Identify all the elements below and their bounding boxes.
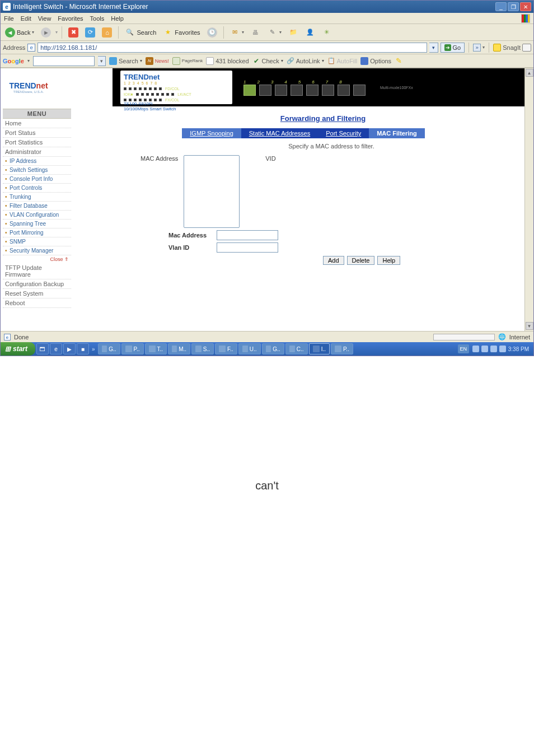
sidebar-tftp[interactable]: TFTP Update Firmware bbox=[3, 263, 71, 279]
sidebar-spanning-tree[interactable]: Spanning Tree bbox=[3, 220, 71, 228]
go-button[interactable]: ➔ Go bbox=[441, 43, 465, 53]
sidebar-snmp[interactable]: SNMP bbox=[3, 237, 71, 246]
start-button[interactable]: ⊞ start bbox=[1, 342, 35, 356]
quicklaunch-ie[interactable]: e bbox=[50, 343, 62, 354]
quicklaunch-media[interactable]: ▶ bbox=[63, 343, 76, 354]
sidebar-switch-settings[interactable]: Switch Settings bbox=[3, 166, 71, 175]
quicklaunch-app[interactable]: ■ bbox=[77, 343, 89, 354]
mail-button[interactable]: ✉▾ bbox=[228, 26, 246, 39]
tray-icon-1[interactable] bbox=[472, 346, 479, 352]
sidebar-trunking[interactable]: Trunking bbox=[3, 193, 71, 202]
quicklaunch-overflow[interactable]: » bbox=[90, 346, 97, 352]
google-logo[interactable]: Google bbox=[3, 58, 24, 64]
mac-address-input[interactable] bbox=[217, 230, 278, 240]
sidebar-port-controls[interactable]: Port Controls bbox=[3, 184, 71, 193]
sidebar-reset-system[interactable]: Reset System bbox=[3, 289, 71, 298]
address-input[interactable] bbox=[38, 43, 427, 53]
google-search-input[interactable] bbox=[33, 56, 95, 66]
add-button[interactable]: Add bbox=[323, 256, 344, 265]
tab-mac-filtering[interactable]: MAC Filtering bbox=[369, 128, 425, 138]
task-2[interactable]: P.. bbox=[121, 343, 144, 354]
folder-button[interactable]: 📁 bbox=[286, 26, 301, 39]
tray-icon-4[interactable] bbox=[499, 346, 506, 352]
history-button[interactable]: 🕒 bbox=[205, 26, 219, 39]
menu-favorites[interactable]: Favorites bbox=[58, 15, 83, 22]
google-search-dropdown[interactable]: ▾ bbox=[98, 56, 106, 66]
mac-address-list[interactable] bbox=[184, 155, 240, 228]
task-10[interactable]: I.. bbox=[309, 343, 330, 354]
favorites-button[interactable]: ★Favorites bbox=[161, 26, 202, 39]
maximize-button[interactable]: ❐ bbox=[508, 2, 519, 11]
back-button[interactable]: ◄Back▾ bbox=[3, 26, 36, 39]
menu-file[interactable]: File bbox=[4, 15, 14, 22]
google-pagerank[interactable]: PageRank bbox=[172, 57, 203, 65]
tab-igmp-snooping[interactable]: IGMP Snooping bbox=[182, 128, 241, 138]
links-button[interactable]: » ▾ bbox=[473, 44, 485, 52]
print-button[interactable]: 🖶 bbox=[249, 26, 263, 39]
task-3[interactable]: T.. bbox=[145, 343, 167, 354]
sidebar-security-manager[interactable]: Security Manager bbox=[3, 246, 71, 255]
quicklaunch-desktop[interactable]: 🗔 bbox=[36, 343, 49, 354]
task-5[interactable]: S.. bbox=[191, 343, 214, 354]
tray-icon-2[interactable] bbox=[481, 346, 488, 352]
vlan-id-input[interactable] bbox=[217, 242, 278, 253]
sidebar-reboot[interactable]: Reboot bbox=[3, 298, 71, 308]
google-highlight-button[interactable]: ✎ bbox=[395, 57, 402, 65]
sidebar-port-statistics[interactable]: Port Statistics bbox=[3, 138, 71, 147]
task-11[interactable]: P.. bbox=[331, 343, 353, 354]
google-autofill-button[interactable]: 📋 AutoFill bbox=[327, 57, 358, 65]
edit-button[interactable]: ✎▾ bbox=[265, 26, 284, 39]
forward-button[interactable]: ► bbox=[39, 26, 53, 39]
snagit-button[interactable]: SnagIt bbox=[493, 44, 531, 52]
google-options-button[interactable]: Options bbox=[360, 57, 391, 65]
menu-tools[interactable]: Tools bbox=[90, 15, 105, 22]
discuss-button[interactable]: 👤 bbox=[303, 26, 317, 39]
tray-icon-3[interactable] bbox=[490, 346, 497, 352]
task-8[interactable]: G.. bbox=[262, 343, 284, 354]
language-indicator[interactable]: EN bbox=[458, 344, 469, 353]
scroll-down-icon[interactable]: ▼ bbox=[526, 322, 533, 330]
snagit-capture-icon[interactable] bbox=[522, 44, 531, 52]
vertical-scrollbar[interactable]: ▲ ▼ bbox=[524, 68, 533, 331]
google-autolink-button[interactable]: 🔗 AutoLink▾ bbox=[287, 57, 324, 65]
google-check-button[interactable]: ✔ Check▾ bbox=[252, 57, 283, 65]
refresh-button[interactable]: ⟳ bbox=[83, 26, 97, 39]
ie-icon: e bbox=[3, 3, 11, 11]
task-6[interactable]: F.. bbox=[215, 343, 237, 354]
close-button[interactable]: ✕ bbox=[520, 2, 531, 11]
search-button[interactable]: 🔍Search bbox=[123, 26, 158, 39]
sidebar-vlan-configuration[interactable]: VLAN Configuration bbox=[3, 211, 71, 220]
sidebar-config-backup[interactable]: Configuration Backup bbox=[3, 279, 71, 289]
delete-button[interactable]: Delete bbox=[347, 256, 375, 265]
tab-static-mac[interactable]: Static MAC Addresses bbox=[241, 128, 318, 138]
sidebar-port-status[interactable]: Port Status bbox=[3, 128, 71, 138]
task-4[interactable]: M.. bbox=[168, 343, 190, 354]
menu-help[interactable]: Help bbox=[111, 15, 124, 22]
stop-button[interactable]: ✖ bbox=[66, 26, 81, 39]
sidebar-filter-database[interactable]: Filter Database bbox=[3, 202, 71, 211]
sidebar-home[interactable]: Home bbox=[3, 119, 71, 128]
google-news-button[interactable]: N News! bbox=[146, 57, 169, 65]
minimize-button[interactable]: _ bbox=[495, 2, 507, 11]
home-button[interactable]: ⌂ bbox=[100, 26, 114, 39]
sidebar-port-mirroring[interactable]: Port Mirroring bbox=[3, 228, 71, 237]
address-dropdown[interactable]: ▾ bbox=[429, 43, 438, 53]
addon-button[interactable]: ✳ bbox=[320, 26, 334, 39]
menu-view[interactable]: View bbox=[38, 15, 51, 22]
task-9[interactable]: C.. bbox=[285, 343, 308, 354]
sidebar-close[interactable]: Close bbox=[3, 255, 71, 263]
google-search-button[interactable]: Search▾ bbox=[109, 57, 142, 65]
scroll-up-icon[interactable]: ▲ bbox=[526, 69, 533, 77]
tab-port-security[interactable]: Port Security bbox=[318, 128, 369, 138]
task-1[interactable]: G.. bbox=[98, 343, 120, 354]
task-7[interactable]: U.. bbox=[238, 343, 261, 354]
sidebar-console-port-info[interactable]: Console Port Info bbox=[3, 175, 71, 184]
tray-clock[interactable]: 3:38 PM bbox=[508, 346, 529, 352]
menu-edit[interactable]: Edit bbox=[21, 15, 31, 22]
content-viewport: TRENDnet TRENDware, U.S.A. TRENDnet 1234… bbox=[1, 68, 533, 331]
mac-address-field-label: Mac Address bbox=[168, 232, 213, 239]
sidebar-ip-address[interactable]: IP Address bbox=[3, 157, 71, 166]
help-button[interactable]: Help bbox=[377, 256, 400, 265]
google-popup-blocker[interactable]: 431 blocked bbox=[206, 57, 249, 65]
sidebar-administrator[interactable]: Administrator bbox=[3, 147, 71, 157]
